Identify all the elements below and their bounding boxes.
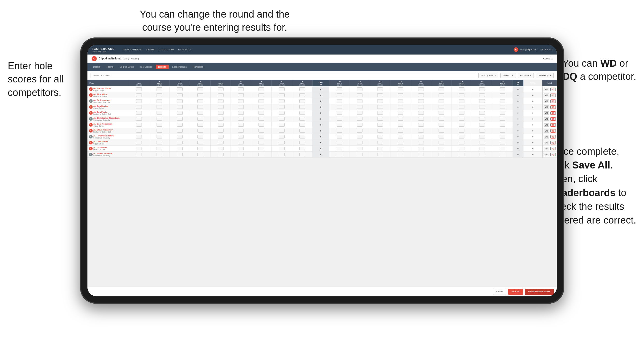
hole-5-score[interactable] xyxy=(210,104,231,110)
hole-4-score[interactable] xyxy=(190,86,210,92)
hole-12-score[interactable] xyxy=(370,140,390,146)
hole-1-score[interactable] xyxy=(129,104,149,110)
hole-9-score[interactable] xyxy=(292,98,312,104)
hole-17-score[interactable] xyxy=(472,152,492,158)
hole-3-score[interactable] xyxy=(170,104,190,110)
hole-12-score[interactable] xyxy=(370,134,390,140)
hole-18-score[interactable] xyxy=(492,140,513,146)
hole-7-score[interactable] xyxy=(251,122,272,128)
hole-8-score[interactable] xyxy=(272,116,292,122)
hole-10-score[interactable] xyxy=(329,86,350,92)
hole-5-score[interactable] xyxy=(210,92,231,98)
hole-6-score[interactable] xyxy=(231,134,251,140)
dq-button[interactable]: DQ xyxy=(550,123,556,127)
hole-5-score[interactable] xyxy=(210,122,231,128)
hole-6-score[interactable] xyxy=(231,146,251,152)
hole-10-score[interactable] xyxy=(329,104,350,110)
hole-15-score[interactable] xyxy=(431,146,451,152)
hole-5-score[interactable] xyxy=(210,140,231,146)
hole-16-score[interactable] xyxy=(451,116,472,122)
hole-6-score[interactable] xyxy=(231,122,251,128)
publish-button[interactable]: Publish Round Scores xyxy=(525,289,554,295)
hole-15-score[interactable] xyxy=(431,104,451,110)
hole-15-score[interactable] xyxy=(431,86,451,92)
hole-2-score[interactable] xyxy=(149,92,170,98)
hole-8-score[interactable] xyxy=(272,152,292,158)
hole-13-score[interactable] xyxy=(390,86,411,92)
hole-7-score[interactable] xyxy=(251,86,272,92)
hole-4-score[interactable] xyxy=(190,98,210,104)
hole-16-score[interactable] xyxy=(451,128,472,134)
hole-12-score[interactable] xyxy=(370,92,390,98)
hole-4-score[interactable] xyxy=(190,140,210,146)
hole-12-score[interactable] xyxy=(370,110,390,116)
dq-button[interactable]: DQ xyxy=(550,117,556,121)
hole-3-score[interactable] xyxy=(170,152,190,158)
hole-5-score[interactable] xyxy=(210,110,231,116)
hole-11-score[interactable] xyxy=(350,146,370,152)
hole-2-score[interactable] xyxy=(149,104,170,110)
hole-6-score[interactable] xyxy=(231,98,251,104)
hole-2-score[interactable] xyxy=(149,140,170,146)
hole-10-score[interactable] xyxy=(329,152,350,158)
hole-7-score[interactable] xyxy=(251,146,272,152)
hole-2-score[interactable] xyxy=(149,128,170,134)
hole-15-score[interactable] xyxy=(431,140,451,146)
hole-7-score[interactable] xyxy=(251,116,272,122)
hole-9-score[interactable] xyxy=(292,146,312,152)
hole-10-score[interactable] xyxy=(329,146,350,152)
dq-button[interactable]: DQ xyxy=(550,99,556,103)
hole-5-score[interactable] xyxy=(210,134,231,140)
hole-10-score[interactable] xyxy=(329,128,350,134)
hole-5-score[interactable] xyxy=(210,98,231,104)
hole-12-score[interactable] xyxy=(370,128,390,134)
hole-8-score[interactable] xyxy=(272,104,292,110)
hole-4-score[interactable] xyxy=(190,104,210,110)
wd-button[interactable]: WD xyxy=(544,123,549,127)
hole-9-score[interactable] xyxy=(292,122,312,128)
hole-14-score[interactable] xyxy=(411,140,431,146)
hole-15-score[interactable] xyxy=(431,152,451,158)
hole-15-score[interactable] xyxy=(431,110,451,116)
hole-14-score[interactable] xyxy=(411,86,431,92)
hole-4-score[interactable] xyxy=(190,116,210,122)
hole-5-score[interactable] xyxy=(210,146,231,152)
hole-18-score[interactable] xyxy=(492,128,513,134)
hole-1-score[interactable] xyxy=(129,140,149,146)
tab-teams[interactable]: Teams xyxy=(104,65,116,69)
hole-11-score[interactable] xyxy=(350,134,370,140)
wd-button[interactable]: WD xyxy=(544,111,549,115)
wd-button[interactable]: WD xyxy=(544,135,549,139)
hole-9-score[interactable] xyxy=(292,128,312,134)
hole-2-score[interactable] xyxy=(149,86,170,92)
hole-4-score[interactable] xyxy=(190,152,210,158)
hole-7-score[interactable] xyxy=(251,134,272,140)
hole-14-score[interactable] xyxy=(411,128,431,134)
dq-button[interactable]: DQ xyxy=(550,88,556,91)
hole-2-score[interactable] xyxy=(149,116,170,122)
hole-8-score[interactable] xyxy=(272,98,292,104)
hole-16-score[interactable] xyxy=(451,122,472,128)
hole-4-score[interactable] xyxy=(190,110,210,116)
hole-16-score[interactable] xyxy=(451,86,472,92)
hole-11-score[interactable] xyxy=(350,92,370,98)
hole-8-score[interactable] xyxy=(272,92,292,98)
hole-10-score[interactable] xyxy=(329,110,350,116)
hole-10-score[interactable] xyxy=(329,92,350,98)
wd-button[interactable]: WD xyxy=(544,141,549,144)
hole-17-score[interactable] xyxy=(472,104,492,110)
hole-13-score[interactable] xyxy=(390,152,411,158)
dq-button[interactable]: DQ xyxy=(550,129,556,133)
hole-13-score[interactable] xyxy=(390,110,411,116)
tab-tee-groups[interactable]: Tee Groups xyxy=(137,65,155,69)
hole-1-score[interactable] xyxy=(129,116,149,122)
nav-committee[interactable]: COMMITTEE xyxy=(159,48,174,51)
wd-button[interactable]: WD xyxy=(544,105,549,109)
hole-14-score[interactable] xyxy=(411,134,431,140)
hole-7-score[interactable] xyxy=(251,110,272,116)
hole-14-score[interactable] xyxy=(411,110,431,116)
tab-course-setup[interactable]: Course Setup xyxy=(117,65,136,69)
hole-5-score[interactable] xyxy=(210,86,231,92)
hole-12-score[interactable] xyxy=(370,86,390,92)
hole-7-score[interactable] xyxy=(251,104,272,110)
